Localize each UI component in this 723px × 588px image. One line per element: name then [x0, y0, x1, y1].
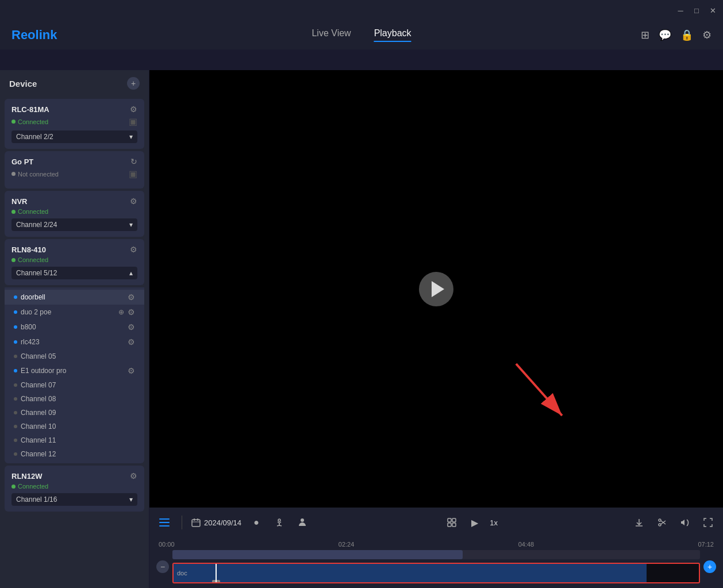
- device-settings-icon[interactable]: ⚙: [130, 471, 137, 481]
- video-area[interactable]: [149, 70, 723, 508]
- channel-dot: [14, 439, 17, 442]
- timeline-area: 00:00 02:24 04:48 07:12 − doc 00:10:07: [149, 537, 723, 588]
- device-status: Connected ▣: [11, 116, 137, 127]
- svg-point-15: [659, 519, 661, 521]
- person-icon: [298, 518, 307, 527]
- grid-view-button[interactable]: [444, 514, 460, 531]
- device-card-rlc81ma: RLC-81MA ⚙ Connected ▣ Channel 2/2 ▾: [5, 99, 144, 149]
- settings-icon[interactable]: ⚙: [702, 29, 712, 41]
- svg-rect-4: [159, 525, 170, 526]
- timeline-marker-0: 00:00: [159, 541, 175, 548]
- channel-item-doorbell[interactable]: doorbell ⚙: [5, 290, 144, 305]
- status-dot: [11, 210, 16, 214]
- channel-item-duo2poe[interactable]: duo 2 poe ⊕ ⚙: [5, 305, 144, 320]
- filter-motion-button[interactable]: [271, 514, 287, 531]
- play-triangle-icon: [432, 281, 444, 297]
- status-label: Not connected: [18, 171, 59, 178]
- download-icon: [634, 518, 644, 527]
- channel-dot: [14, 295, 17, 299]
- timeline-zoom-in-button[interactable]: +: [703, 560, 716, 573]
- channel-list-rln8410: doorbell ⚙ duo 2 poe ⊕ ⚙: [5, 287, 144, 463]
- status-dot: [11, 172, 16, 176]
- status-label: Connected: [18, 118, 48, 125]
- svg-point-10: [301, 518, 304, 522]
- channel-label: b800: [21, 323, 36, 331]
- channel-item-b800[interactable]: b800 ⚙: [5, 320, 144, 335]
- sidebar-title: Device: [9, 79, 37, 89]
- scissors-button[interactable]: [654, 514, 670, 531]
- channel-item-07[interactable]: Channel 07: [5, 378, 144, 392]
- channel-settings-icon[interactable]: ⚙: [128, 366, 135, 375]
- controls-bar: 2024/09/14 ●: [149, 508, 723, 537]
- channel-label: Channel 09: [21, 409, 56, 417]
- add-device-button[interactable]: +: [127, 77, 140, 90]
- device-status: Connected: [11, 208, 137, 215]
- app-container: Device + RLC-81MA ⚙ Connected ▣ Channel …: [0, 21, 723, 588]
- date-label: 2024/09/14: [204, 518, 241, 527]
- filter-person-button[interactable]: [294, 514, 310, 531]
- channel-label: Channel 12: [21, 450, 56, 458]
- timeline-row: − doc 00:10:07 +: [156, 550, 716, 583]
- channel-item-08[interactable]: Channel 08: [5, 392, 144, 406]
- channel-item-e1outdoor[interactable]: E1 outdoor pro ⚙: [5, 363, 144, 378]
- svg-rect-3: [159, 522, 170, 523]
- close-button[interactable]: ✕: [707, 5, 718, 16]
- channel-item-12[interactable]: Channel 12: [5, 447, 144, 461]
- channel-item-11[interactable]: Channel 11: [5, 433, 144, 447]
- svg-rect-11: [448, 518, 451, 522]
- screenshot-icon[interactable]: ⊞: [641, 29, 649, 41]
- channel-settings-icon[interactable]: ⚙: [128, 322, 135, 332]
- volume-icon: [680, 518, 690, 527]
- channel-select-rln8410[interactable]: Channel 5/12 ▴: [11, 267, 137, 279]
- playback-play-button[interactable]: ▶: [467, 514, 483, 531]
- channel-select-rln12w[interactable]: Channel 1/16 ▾: [11, 493, 137, 506]
- status-label: Connected: [18, 256, 48, 263]
- svg-line-1: [516, 364, 562, 416]
- maximize-button[interactable]: □: [691, 5, 702, 16]
- channel-settings-icon[interactable]: ⚙: [128, 293, 135, 302]
- recording-row[interactable]: doc 00:10:07: [172, 563, 700, 583]
- channel-extra-icon[interactable]: ⊕: [118, 308, 124, 316]
- channel-label: doorbell: [21, 293, 45, 301]
- header: Reolink Live View Playback ⊞ 💬 🔒 ⚙: [0, 21, 723, 49]
- channel-item-10[interactable]: Channel 10: [5, 420, 144, 433]
- tab-playback[interactable]: Playback: [374, 28, 412, 42]
- grid-icon: [447, 518, 456, 527]
- timeline-marker-3: 07:12: [698, 541, 714, 548]
- device-refresh-icon[interactable]: ↻: [130, 157, 137, 166]
- filter-all-button[interactable]: ●: [248, 514, 264, 531]
- channel-item-rlc423[interactable]: rlc423 ⚙: [5, 335, 144, 349]
- channel-settings-icon[interactable]: ⚙: [128, 308, 135, 317]
- channel-item-09[interactable]: Channel 09: [5, 406, 144, 420]
- content: 2024/09/14 ●: [149, 70, 723, 588]
- channel-select-nvr[interactable]: Channel 2/24 ▾: [11, 218, 137, 231]
- channel-item-05[interactable]: Channel 05: [5, 349, 144, 363]
- motion-icon: [275, 518, 284, 527]
- timeline-zoom-out-button[interactable]: −: [156, 560, 169, 573]
- download-button[interactable]: [631, 514, 647, 531]
- status-label: Connected: [18, 208, 48, 215]
- device-card-nvr: NVR ⚙ Connected Channel 2/24 ▾: [5, 191, 144, 237]
- minimize-button[interactable]: ─: [675, 5, 686, 16]
- status-label: Connected: [18, 483, 48, 490]
- channel-dot: [14, 310, 17, 314]
- tab-live-view[interactable]: Live View: [311, 28, 351, 42]
- channel-label: E1 outdoor pro: [21, 367, 66, 375]
- fullscreen-button[interactable]: [700, 514, 716, 531]
- channel-settings-icon[interactable]: ⚙: [128, 337, 135, 347]
- timeline-track[interactable]: [172, 550, 700, 559]
- device-settings-icon[interactable]: ⚙: [130, 197, 137, 206]
- device-settings-icon[interactable]: ⚙: [130, 105, 137, 114]
- menu-button[interactable]: [156, 514, 172, 531]
- divider: [182, 516, 182, 529]
- channel-select-rlc81ma[interactable]: Channel 2/2 ▾: [11, 130, 137, 143]
- speed-label: 1x: [490, 518, 498, 527]
- volume-button[interactable]: [677, 514, 693, 531]
- message-icon[interactable]: 💬: [659, 29, 671, 41]
- play-button-overlay[interactable]: [419, 272, 453, 306]
- svg-rect-13: [448, 523, 451, 526]
- svg-rect-14: [452, 523, 456, 526]
- device-card-rln8410: RLN8-410 ⚙ Connected Channel 5/12 ▴: [5, 239, 144, 285]
- lock-icon[interactable]: 🔒: [680, 29, 693, 41]
- device-settings-icon[interactable]: ⚙: [130, 245, 137, 254]
